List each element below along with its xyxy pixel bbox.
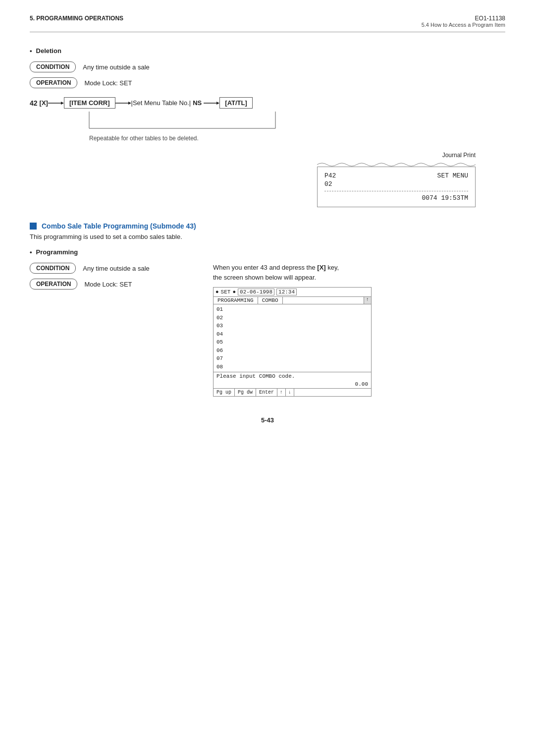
deletion-title: •Deletion [30, 47, 505, 55]
flow-ns-bold: NS [193, 99, 202, 107]
screen-row-01: 01 [216, 305, 368, 314]
journal-set-menu: SET MENU [437, 172, 468, 179]
journal-box: P42 SET MENU 02 0074 19:53TM [317, 167, 476, 207]
journal-wavy-top [317, 161, 476, 167]
screen-btn-enter[interactable]: Enter [256, 389, 277, 396]
flow-arrow-2 [115, 100, 131, 107]
screen-row-04: 04 [216, 330, 368, 339]
screen-row-06: 06 [216, 347, 368, 355]
header-section-subtitle: 5.4 How to Access a Program Item [422, 22, 505, 28]
screen-tabs: PROGRAMMING COMBO ↑ [214, 297, 371, 304]
screen-tab-spacer [283, 297, 364, 304]
screen-title-bar: ● SET ● 02-06-1998 12:34 [214, 288, 371, 297]
combo-section-title: Combo Sale Table Programming (Submode 43… [42, 222, 196, 230]
screen-scrollbar: ↑ [364, 297, 371, 304]
flow-branch [88, 112, 276, 129]
screen-mockup: ● SET ● 02-06-1998 12:34 PROGRAMMING COM… [213, 287, 372, 397]
programming-col-left: CONDITION Any time outside a sale OPERAT… [30, 263, 198, 294]
operation-badge-2: OPERATION [30, 279, 77, 290]
header-section-title: 5. PROGRAMMING OPERATIONS [30, 15, 123, 22]
journal-line-3: 0074 19:53TM [324, 194, 468, 202]
operation-text-1: Mode Lock: SET [84, 79, 132, 87]
combo-operation-row: OPERATION Mode Lock: SET [30, 279, 198, 290]
journal-line-2: 02 [324, 180, 468, 188]
screen-btn-pgdw[interactable]: Pg dw [235, 389, 256, 396]
screen-btn-up[interactable]: ↑ [277, 389, 286, 396]
blue-square-icon [30, 223, 37, 230]
screen-btn-down[interactable]: ↓ [286, 389, 294, 396]
screen-body: 01 02 03 04 05 06 07 08 [214, 304, 371, 372]
deletion-section: •Deletion CONDITION Any time outside a s… [30, 47, 505, 207]
screen-amount: 0.00 [214, 380, 371, 388]
screen-date: 02-06-1998 [238, 289, 274, 295]
repeat-note: Repeatable for other tables to be delete… [89, 135, 505, 142]
screen-dot: ● [215, 289, 219, 295]
flow-diagram: 42 [X] [ITEM CORR] |Set Menu Table No.| … [30, 97, 505, 142]
screen-rows: 01 02 03 04 05 06 07 08 [214, 304, 371, 372]
journal-divider [324, 191, 468, 191]
programming-col-right: When you enter 43 and depress the [X] ke… [213, 263, 505, 397]
combo-section-desc: This programming is used to set a combo … [30, 233, 505, 240]
screen-set: SET [221, 289, 231, 295]
screen-row-07: 07 [216, 354, 368, 363]
journal-line-1: P42 SET MENU [324, 172, 468, 179]
combo-condition-row: CONDITION Any time outside a sale [30, 263, 198, 274]
combo-section: Combo Sale Table Programming (Submode 43… [30, 222, 505, 397]
journal-02: 02 [324, 180, 332, 188]
programming-two-col: CONDITION Any time outside a sale OPERAT… [30, 263, 505, 397]
header-doc-id: EO1-11138 [422, 15, 505, 22]
condition-text-1: Any time outside a sale [83, 63, 149, 71]
screen-tab-programming: PROGRAMMING [214, 297, 258, 304]
flow-arrow-3 [204, 100, 219, 107]
flow-arrow-1 [48, 100, 64, 107]
journal-p42: P42 [324, 172, 336, 179]
deletion-condition-row: CONDITION Any time outside a sale [30, 61, 505, 72]
flow-top-row: 42 [X] [ITEM CORR] |Set Menu Table No.| … [30, 97, 505, 109]
flow-num: 42 [30, 99, 38, 107]
page-header: 5. PROGRAMMING OPERATIONS EO1-11138 5.4 … [30, 15, 505, 32]
screen-buttons: Pg up Pg dw Enter ↑ ↓ [214, 388, 371, 396]
screen-btn-pgup[interactable]: Pg up [214, 389, 235, 396]
screen-row-08: 08 [216, 363, 368, 371]
journal-label: Journal Print [442, 152, 476, 159]
condition-text-2: Any time outside a sale [83, 265, 149, 272]
deletion-operation-row: OPERATION Mode Lock: SET [30, 77, 505, 88]
screen-row-02: 02 [216, 314, 368, 322]
flow-at-tl: [AT/TL] [219, 97, 253, 109]
condition-badge-2: CONDITION [30, 263, 76, 274]
condition-badge-1: CONDITION [30, 61, 76, 72]
screen-footer: Please input COMBO code. [214, 372, 371, 380]
screen-tab-combo: COMBO [258, 297, 283, 304]
flow-x: [X] [40, 99, 48, 107]
flow-ns-label: |Set Menu Table No.| [131, 99, 191, 107]
journal-section: Journal Print P42 SET MENU 02 0074 19:53… [30, 152, 505, 207]
operation-text-2: Mode Lock: SET [84, 281, 132, 288]
flow-item-corr: [ITEM CORR] [64, 97, 115, 109]
screen-time: 12:34 [276, 289, 297, 295]
programming-title: •Programming [30, 248, 505, 256]
operation-badge-1: OPERATION [30, 77, 77, 88]
combo-section-header: Combo Sale Table Programming (Submode 43… [30, 222, 505, 230]
screen-row-03: 03 [216, 322, 368, 330]
screen-row-05: 05 [216, 338, 368, 347]
page-number: 5-43 [30, 416, 505, 424]
screen-note: When you enter 43 and depress the [X] ke… [213, 263, 505, 282]
